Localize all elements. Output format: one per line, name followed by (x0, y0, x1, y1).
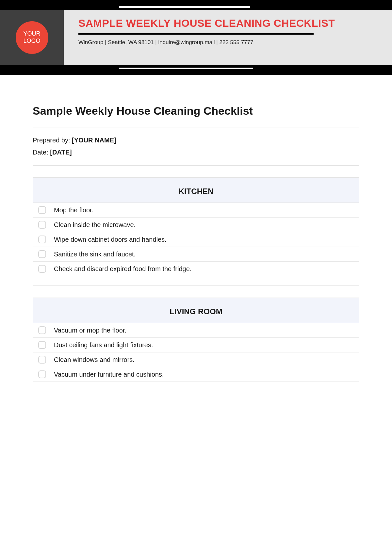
section-header: LIVING ROOM (33, 298, 359, 323)
header-contact-info: WinGroup | Seattle, WA 98101 | inquire@w… (78, 39, 377, 46)
header-card: SAMPLE WEEKLY HOUSE CLEANING CHECKLIST W… (64, 10, 392, 65)
prepared-by-value: [YOUR NAME] (72, 137, 116, 144)
logo-text-line1: YOUR (23, 30, 40, 38)
top-banner: YOUR LOGO SAMPLE WEEKLY HOUSE CLEANING C… (0, 0, 392, 75)
page-title: Sample Weekly House Cleaning Checklist (33, 105, 359, 117)
task-checkbox[interactable] (38, 206, 46, 214)
task-checkbox[interactable] (38, 370, 46, 378)
task-checkbox[interactable] (38, 265, 46, 273)
task-checkbox[interactable] (38, 250, 46, 258)
task-row: Dust ceiling fans and light fixtures. (33, 338, 359, 352)
task-text: Vacuum under furniture and cushions. (54, 371, 164, 378)
section-header: KITCHEN (33, 178, 359, 203)
task-text: Vacuum or mop the floor. (54, 327, 126, 334)
date-label: Date: (33, 149, 50, 156)
divider (33, 127, 359, 127)
document-header-title: SAMPLE WEEKLY HOUSE CLEANING CHECKLIST (78, 17, 377, 29)
task-row: Clean windows and mirrors. (33, 352, 359, 367)
task-row: Wipe down cabinet doors and handles. (33, 232, 359, 247)
logo-text-line2: LOGO (23, 38, 40, 45)
task-row: Mop the floor. (33, 203, 359, 218)
task-text: Clean windows and mirrors. (54, 356, 135, 364)
task-checkbox[interactable] (38, 326, 46, 334)
section-wrap: KITCHENMop the floor.Clean inside the mi… (33, 177, 359, 276)
divider (33, 285, 359, 286)
task-row: Vacuum under furniture and cushions. (33, 367, 359, 382)
task-checkbox[interactable] (38, 356, 46, 364)
task-checkbox[interactable] (38, 341, 46, 349)
task-text: Clean inside the microwave. (54, 221, 136, 229)
task-row: Sanitize the sink and faucet. (33, 247, 359, 262)
task-row: Clean inside the microwave. (33, 218, 359, 232)
section-wrap: LIVING ROOMVacuum or mop the floor.Dust … (33, 298, 359, 382)
checklist-section: LIVING ROOMVacuum or mop the floor.Dust … (33, 298, 359, 382)
task-text: Wipe down cabinet doors and handles. (54, 236, 167, 243)
sections-container: KITCHENMop the floor.Clean inside the mi… (33, 177, 359, 382)
task-row: Check and discard expired food from the … (33, 262, 359, 276)
logo-block: YOUR LOGO (0, 10, 64, 65)
logo-placeholder: YOUR LOGO (16, 21, 48, 54)
content-area: Sample Weekly House Cleaning Checklist P… (0, 75, 392, 398)
checklist-section: KITCHENMop the floor.Clean inside the mi… (33, 177, 359, 276)
header-underline (78, 33, 314, 35)
task-checkbox[interactable] (38, 236, 46, 243)
date-row: Date: [DATE] (33, 149, 359, 156)
task-checkbox[interactable] (38, 221, 46, 229)
prepared-by-row: Prepared by: [YOUR NAME] (33, 137, 359, 144)
task-text: Sanitize the sink and faucet. (54, 251, 136, 258)
task-text: Dust ceiling fans and light fixtures. (54, 341, 153, 349)
divider (33, 165, 359, 166)
date-value: [DATE] (50, 149, 72, 156)
prepared-by-label: Prepared by: (33, 137, 72, 144)
task-row: Vacuum or mop the floor. (33, 323, 359, 338)
task-text: Mop the floor. (54, 206, 93, 214)
task-text: Check and discard expired food from the … (54, 265, 191, 273)
